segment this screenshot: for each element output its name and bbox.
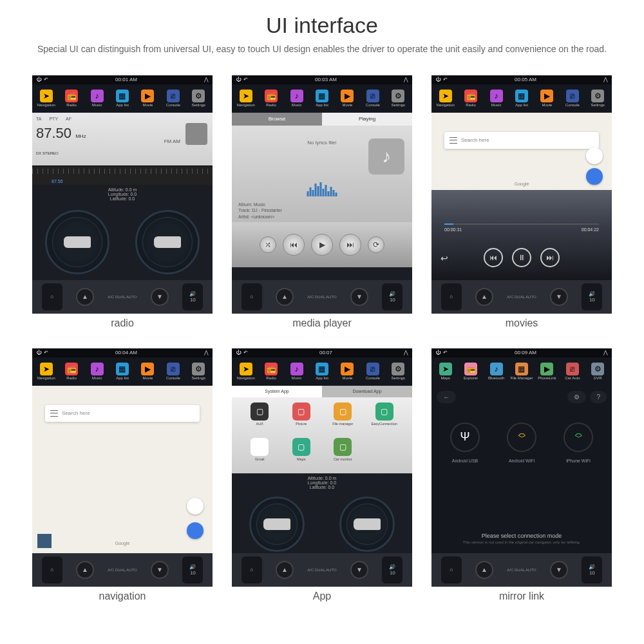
app-item[interactable]: ▢Maps — [283, 438, 321, 468]
prev-button[interactable]: ⏮ — [283, 234, 305, 256]
tab-playing[interactable]: Playing — [322, 113, 412, 126]
nav-item-navigation[interactable]: ➤Navigation — [33, 87, 59, 110]
fan-up[interactable]: ▲ — [76, 561, 94, 579]
fan-up[interactable]: ▲ — [475, 288, 493, 306]
app-item[interactable]: ▢AUX — [241, 402, 279, 433]
nav-item-navigation[interactable]: ➤Navigation — [33, 360, 59, 383]
nav-item-navigation[interactable]: ➤Navigation — [233, 360, 258, 383]
nav-item-app-list[interactable]: ▦App list — [109, 360, 135, 383]
search-box[interactable]: Search here — [444, 132, 599, 149]
radio-tab-af[interactable]: AF — [66, 117, 71, 121]
map-area[interactable]: Search here Google — [32, 386, 213, 553]
video-progress[interactable] — [444, 223, 599, 225]
power-icon[interactable]: ⏻ — [36, 350, 41, 355]
home-button[interactable]: ⌂ — [242, 556, 262, 583]
nav-item-navigation[interactable]: ➤Navigation — [433, 87, 458, 110]
app-item[interactable]: ▢Picture — [283, 402, 321, 433]
fan-up[interactable]: ▲ — [276, 288, 294, 306]
nav-item-movie[interactable]: ▶Movie — [135, 87, 160, 110]
hamburger-icon[interactable] — [50, 410, 58, 417]
nav-item-settings[interactable]: ⚙Settings — [186, 87, 211, 110]
volume-box[interactable]: 🔊10 — [582, 556, 602, 583]
target-fab[interactable] — [586, 147, 603, 164]
app-item[interactable]: ▢Car monitor — [324, 438, 362, 468]
nav-item-movie[interactable]: ▶Movie — [135, 360, 160, 383]
power-icon[interactable]: ⏻ — [435, 77, 440, 82]
radio-tab-ta[interactable]: TA — [36, 117, 41, 121]
play-button[interactable]: ▶ — [311, 234, 333, 256]
nav-item-movie[interactable]: ▶Movie — [535, 87, 560, 110]
shuffle-button[interactable]: ⤮ — [260, 236, 276, 253]
fan-down[interactable]: ▼ — [151, 288, 169, 306]
nav-item-music[interactable]: ♪Music — [84, 87, 109, 110]
volume-box[interactable]: 🔊10 — [582, 283, 602, 310]
fan-up[interactable]: ▲ — [276, 561, 294, 579]
nav-item-app-list[interactable]: ▦App list — [309, 87, 334, 110]
nav-item-app-list[interactable]: ▦App list — [309, 360, 334, 383]
back-icon[interactable]: ↶ — [44, 350, 48, 355]
back-button[interactable]: ← — [437, 391, 456, 403]
nav-fab[interactable] — [586, 168, 603, 185]
ml-option-android-usb[interactable]: ΨAndroid USB — [450, 422, 480, 463]
volume-box[interactable]: 🔊10 — [382, 556, 402, 583]
nav-item-music[interactable]: ♪Music — [484, 87, 509, 110]
target-fab[interactable] — [187, 498, 204, 515]
back-icon[interactable]: ↶ — [44, 77, 48, 82]
power-icon[interactable]: ⏻ — [236, 350, 241, 355]
radio-dial[interactable]: 87.50 — [32, 166, 213, 185]
fan-down[interactable]: ▼ — [350, 561, 368, 579]
search-box[interactable]: Search here — [45, 405, 200, 422]
nav-item-radio[interactable]: 📻Radio — [458, 87, 483, 110]
nav-item-console[interactable]: ⎚Console — [160, 360, 185, 383]
app-item[interactable]: ▢EasyConnection — [366, 402, 404, 433]
nav-item-settings[interactable]: ⚙Settings — [585, 87, 611, 110]
settings-button[interactable]: ⚙ — [567, 391, 586, 403]
nav-fab[interactable] — [187, 522, 204, 539]
nav-item-console[interactable]: ⎚Console — [160, 87, 185, 110]
next-button[interactable]: ⏭ — [540, 248, 560, 267]
fan-down[interactable]: ▼ — [151, 561, 169, 579]
nav-item-app-list[interactable]: ▦App list — [109, 87, 135, 110]
repeat-button[interactable]: ⟳ — [368, 236, 384, 253]
volume-box[interactable]: 🔊10 — [182, 283, 203, 310]
fan-down[interactable]: ▼ — [350, 288, 368, 306]
nav-item-movie[interactable]: ▶Movie — [335, 87, 360, 110]
back-icon[interactable]: ↶ — [443, 350, 448, 355]
nav-item-radio[interactable]: 📻Radio — [258, 360, 283, 383]
nav-item-radio[interactable]: 📻Radio — [59, 360, 84, 383]
app-item[interactable]: ▢Gmail — [241, 438, 279, 468]
back-icon[interactable]: ↶ — [243, 77, 248, 82]
map-thumbnail[interactable] — [37, 534, 52, 548]
nav-item-movie[interactable]: ▶Movie — [335, 360, 360, 383]
home-button[interactable]: ⌂ — [242, 283, 262, 310]
nav-item-radio[interactable]: 📻Radio — [258, 87, 283, 110]
ml-option-android-wifi[interactable]: ⌔Android WiFi — [507, 422, 536, 463]
home-button[interactable]: ⌂ — [42, 556, 62, 583]
nav-item-console[interactable]: ⎚Console — [560, 87, 585, 110]
nav-item-settings[interactable]: ⚙Settings — [386, 87, 411, 110]
nav-item-music[interactable]: ♪Music — [84, 360, 109, 383]
app-item[interactable]: ▢File manager — [324, 402, 362, 433]
nav-item-console[interactable]: ⎚Console — [360, 360, 385, 383]
tab-browse[interactable]: Browse — [232, 113, 322, 126]
ml-option-iphone-wifi[interactable]: ⌔iPhone WiFi — [564, 422, 593, 463]
home-button[interactable]: ⌂ — [441, 283, 462, 310]
band-am[interactable]: AM — [173, 138, 180, 144]
map-mini[interactable]: Search here Google — [431, 113, 612, 190]
nav-item-dvr[interactable]: ⚙DVR — [585, 360, 611, 383]
fan-up[interactable]: ▲ — [76, 288, 94, 306]
nav-item-console[interactable]: ⎚Console — [360, 87, 385, 110]
nav-item-settings[interactable]: ⚙Settings — [386, 360, 411, 383]
nav-item-music[interactable]: ♪Music — [284, 360, 309, 383]
nav-item-app-list[interactable]: ▦App list — [509, 87, 534, 110]
volume-box[interactable]: 🔊10 — [182, 556, 203, 583]
next-button[interactable]: ⏭ — [339, 234, 361, 256]
back-icon[interactable]: ↶ — [443, 77, 448, 82]
home-button[interactable]: ⌂ — [42, 283, 62, 310]
band-switch[interactable]: FM AM — [164, 138, 180, 144]
nav-item-navigation[interactable]: ➤Navigation — [233, 87, 258, 110]
radio-tab-pty[interactable]: PTY — [49, 117, 58, 121]
nav-item-phonelink[interactable]: ▶PhoneLink — [535, 360, 560, 383]
nav-item-radio[interactable]: 📻Radio — [59, 87, 84, 110]
nav-item-settings[interactable]: ⚙Settings — [186, 360, 211, 383]
